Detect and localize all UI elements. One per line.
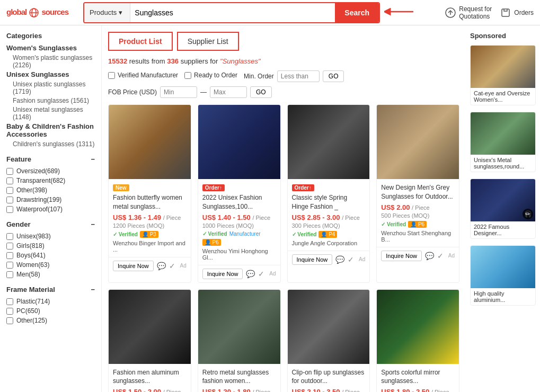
product-moq: 300 Pieces (MOQ) bbox=[292, 222, 366, 229]
ad-label: Ad bbox=[269, 271, 276, 277]
orders-action[interactable]: Orders bbox=[500, 7, 534, 18]
product-info: Clip-on flip up sunglasses for outdoor..… bbox=[288, 364, 370, 392]
check-circle-icon[interactable]: ✓ bbox=[348, 255, 354, 264]
filter-item: Transparent(682) bbox=[6, 177, 95, 184]
cat-fashion-sunglasses[interactable]: Fashion sunglasses (1561) bbox=[6, 97, 95, 104]
search-input[interactable] bbox=[130, 3, 335, 22]
inquire-row: Inquire Now 💬 ✓ Ad bbox=[198, 265, 280, 282]
product-price: US$ 2.00 / Piece bbox=[381, 203, 455, 211]
product-image[interactable] bbox=[198, 290, 280, 364]
gender-collapse-icon[interactable]: − bbox=[91, 220, 95, 228]
sponsored-item[interactable]: Cat-eye and Oversize Women's... bbox=[470, 45, 536, 105]
filter-checkbox[interactable] bbox=[6, 233, 13, 240]
frame-title: Frame Material − bbox=[6, 286, 95, 293]
inquire-row: Inquire Now 💬 ✓ Ad bbox=[288, 251, 370, 268]
sponsored-image bbox=[471, 46, 535, 88]
tab-product-list[interactable]: Product List bbox=[108, 32, 173, 51]
filter-checkbox[interactable] bbox=[6, 187, 13, 194]
inquire-now-button[interactable]: Inquire Now bbox=[113, 261, 154, 271]
logo: global sources bbox=[6, 7, 68, 17]
category-label: Products bbox=[90, 8, 117, 16]
feature-collapse-icon[interactable]: − bbox=[91, 155, 95, 163]
price-unit: / Piece bbox=[342, 389, 360, 392]
search-button[interactable]: Search bbox=[335, 3, 379, 22]
sponsored-label: High quality aluminium... bbox=[471, 288, 535, 305]
filter-item: Boys(641) bbox=[6, 252, 95, 259]
frame-collapse-icon[interactable]: − bbox=[91, 286, 95, 293]
search-category-dropdown[interactable]: Products ▾ bbox=[84, 3, 130, 22]
product-image[interactable] bbox=[109, 290, 191, 364]
check-circle-icon[interactable]: ✓ bbox=[258, 270, 264, 278]
sponsored-item[interactable]: 🎧 ✏ 2022 Famous Designer... bbox=[470, 179, 536, 239]
product-image[interactable] bbox=[109, 105, 191, 179]
check-circle-icon[interactable]: ✓ bbox=[437, 252, 444, 260]
cat-women-sunglasses[interactable]: Women's Sunglasses bbox=[6, 44, 95, 52]
chat-icon[interactable]: 💬 bbox=[335, 255, 344, 264]
chat-icon[interactable]: 💬 bbox=[157, 262, 166, 270]
request-quotations-action[interactable]: Request forQuotations bbox=[445, 5, 492, 20]
sponsored-title: Sponsored bbox=[470, 32, 536, 40]
ready-checkbox[interactable] bbox=[184, 72, 191, 79]
cat-baby-children[interactable]: Baby & Children's Fashion Accessories bbox=[6, 122, 95, 138]
price-unit: / Piece bbox=[252, 215, 270, 221]
check-circle-icon[interactable]: ✓ bbox=[169, 262, 175, 270]
cat-unisex-sunglasses[interactable]: Unisex Sunglasses bbox=[6, 70, 95, 78]
product-card: New Fashion butterfly women metal sungla… bbox=[108, 104, 191, 283]
chat-icon[interactable]: 💬 bbox=[425, 252, 434, 260]
verified-filter[interactable]: Verified Manufacturer bbox=[108, 72, 178, 79]
ad-label: Ad bbox=[180, 263, 187, 269]
product-image[interactable] bbox=[288, 290, 370, 364]
filter-checkbox[interactable] bbox=[6, 206, 13, 213]
product-name: Retro metal sunglasses fashion women... bbox=[202, 368, 276, 386]
filter-checkbox[interactable] bbox=[6, 197, 13, 203]
product-card: Clip-on flip up sunglasses for outdoor..… bbox=[287, 289, 370, 392]
fob-min-input[interactable] bbox=[160, 86, 197, 98]
inquire-now-button[interactable]: Inquire Now bbox=[381, 251, 422, 261]
results-count: 15532 bbox=[108, 57, 127, 65]
sponsored-item[interactable]: High quality aluminium... bbox=[470, 245, 536, 306]
product-name: Clip-on flip up sunglasses for outdoor..… bbox=[292, 368, 366, 386]
product-image[interactable] bbox=[288, 105, 370, 179]
cat-unisex-metal[interactable]: Unisex metal sunglasses (1148) bbox=[6, 106, 95, 121]
price-unit: / Piece bbox=[431, 389, 449, 392]
fob-go-button[interactable]: GO bbox=[250, 86, 272, 98]
filter-checkbox[interactable] bbox=[6, 168, 13, 175]
min-order-input[interactable] bbox=[277, 70, 320, 82]
tab-supplier-list[interactable]: Supplier List bbox=[177, 32, 239, 51]
inquire-now-button[interactable]: Inquire Now bbox=[292, 254, 333, 265]
product-image[interactable] bbox=[198, 105, 280, 179]
ad-label: Ad bbox=[359, 256, 365, 262]
product-image[interactable] bbox=[377, 105, 459, 179]
filter-checkbox[interactable] bbox=[6, 317, 13, 324]
product-info: Order↑ 2022 Unisex Fashion Sunglasses,10… bbox=[198, 179, 280, 265]
inquire-now-button[interactable]: Inquire Now bbox=[202, 269, 243, 279]
price-unit: / Piece bbox=[252, 389, 270, 392]
product-card: Fashion men aluminum sunglasses... US$ 1… bbox=[108, 289, 191, 392]
cat-women-plastic[interactable]: Women's plastic sunglasses (2126) bbox=[6, 54, 95, 69]
filter-checkbox[interactable] bbox=[6, 298, 13, 305]
cat-childrens-sunglasses[interactable]: Children's sunglasses (1311) bbox=[6, 140, 95, 148]
product-info: Retro metal sunglasses fashion women... … bbox=[198, 364, 280, 392]
product-name: Classic style Spring Hinge Fashion _ bbox=[292, 193, 366, 211]
filter-checkbox[interactable] bbox=[6, 177, 13, 184]
filter-checkbox[interactable] bbox=[6, 308, 13, 315]
filter-checkbox[interactable] bbox=[6, 252, 13, 259]
filter-checkbox[interactable] bbox=[6, 243, 13, 250]
fob-max-input[interactable] bbox=[210, 86, 247, 98]
arrow-annotation bbox=[384, 5, 416, 20]
min-order-go-button[interactable]: GO bbox=[323, 70, 344, 82]
filter-checkbox[interactable] bbox=[6, 262, 13, 269]
sponsored-item[interactable]: Unisex's Metal sunglasses,round... bbox=[470, 112, 536, 172]
verified-checkbox[interactable] bbox=[108, 72, 115, 79]
cat-unisex-plastic[interactable]: Unisex plastic sunglasses (1719) bbox=[6, 81, 95, 95]
filter-label: PC(650) bbox=[16, 307, 40, 315]
verified-badge: ✓ Verified bbox=[381, 221, 406, 227]
product-image[interactable] bbox=[377, 290, 459, 364]
price-unit: / Piece bbox=[163, 215, 181, 221]
filter-item: Drawstring(199) bbox=[6, 196, 95, 203]
ready-filter[interactable]: Ready to Order bbox=[184, 72, 237, 79]
chat-icon[interactable]: 💬 bbox=[246, 270, 255, 278]
arrow-indicator-icon bbox=[384, 5, 416, 18]
filter-checkbox[interactable] bbox=[6, 271, 13, 278]
quotations-label: Request forQuotations bbox=[459, 5, 492, 20]
